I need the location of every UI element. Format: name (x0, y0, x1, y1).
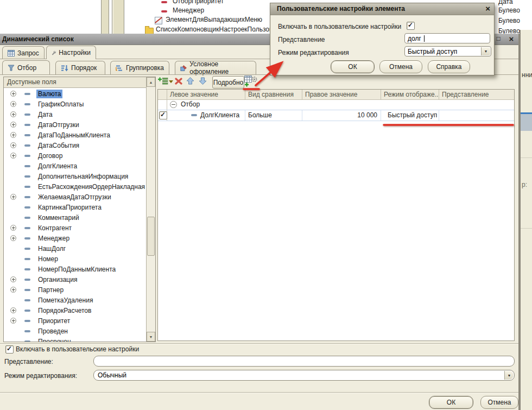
dialog-presentation-input[interactable]: долг (404, 33, 490, 43)
field-item[interactable]: ДополнительнаяИнформация (4, 171, 146, 181)
dialog-cancel-button[interactable]: Отмена (379, 60, 422, 73)
field-item[interactable]: ПорядокРасчетов (4, 305, 146, 316)
expand-icon[interactable] (10, 91, 16, 97)
dialog-include-label: Включать в пользовательские настройки (278, 23, 401, 30)
expand-icon[interactable] (10, 142, 16, 148)
expand-icon[interactable] (10, 111, 16, 117)
expand-icon[interactable] (10, 153, 16, 159)
col-presentation: Представление (439, 90, 514, 99)
field-item[interactable]: Просрочен (4, 336, 146, 342)
field-label: НомерПоДаннымКлиента (36, 265, 117, 274)
tab-grouping[interactable]: Группировка (110, 61, 169, 74)
maximize-button[interactable]: □ (494, 35, 503, 42)
field-item[interactable]: ПометкаУдаления (4, 295, 146, 305)
scroll-up-button[interactable]: ▲ (147, 77, 155, 87)
field-label: Контрагент (36, 224, 73, 232)
tab-order[interactable]: Порядок (55, 61, 105, 74)
field-item[interactable]: Организация (4, 274, 146, 285)
fields-scrollbar[interactable]: ▲ ▼ (146, 77, 155, 342)
ok-button[interactable]: ОК (429, 396, 473, 409)
field-item[interactable]: ДатаПоДаннымКлиента (4, 130, 146, 140)
collapse-icon[interactable] (170, 101, 177, 108)
expand-icon[interactable] (10, 101, 16, 107)
footer-include-checkbox[interactable] (5, 345, 14, 354)
cancel-button[interactable]: Отмена (480, 396, 518, 409)
expand-icon[interactable] (10, 307, 16, 313)
tab-conditional-formatting[interactable]: Условное оформление (175, 61, 256, 74)
expand-icon[interactable] (10, 132, 16, 138)
tab-label: Группировка (126, 64, 164, 72)
field-label: Организация (36, 275, 79, 284)
expand-icon[interactable] (10, 318, 16, 324)
combo-arrow-icon[interactable]: ▼ (481, 47, 490, 55)
scroll-thumb[interactable] (147, 217, 155, 256)
field-item[interactable]: Менеджер (4, 233, 146, 243)
combo-arrow-icon[interactable]: ▼ (504, 371, 514, 380)
ok-button-label: ОК (447, 399, 455, 406)
dialog-ok-button[interactable]: ОК (331, 60, 375, 73)
field-dash-icon (24, 124, 30, 126)
field-label: Партнер (36, 286, 65, 294)
row-left-value: ДолгКлиента (200, 111, 239, 119)
expand-icon[interactable] (10, 276, 16, 282)
tab-filter[interactable]: Отбор (2, 60, 50, 74)
field-item[interactable]: ГрафикОплаты (4, 99, 146, 109)
field-item[interactable]: ДолгКлиента (4, 161, 146, 171)
field-item[interactable]: ЕстьРасхожденияОрдерНакладная (4, 181, 146, 192)
dialog-titlebar[interactable]: Пользовательские настройки элемента × (270, 3, 494, 15)
footer-edit-mode-combobox[interactable]: Обычный ▼ (93, 370, 515, 381)
expand-icon[interactable] (10, 122, 16, 128)
expand-icon[interactable] (10, 194, 16, 200)
dialog-help-button[interactable]: Справка (428, 60, 470, 73)
field-dash-icon (24, 279, 30, 281)
footer-presentation-input[interactable] (93, 356, 515, 367)
field-dash-icon (24, 289, 30, 291)
move-up-icon[interactable] (186, 77, 194, 85)
field-item[interactable]: Договор (4, 150, 146, 161)
expand-icon[interactable] (10, 287, 16, 293)
field-dash-icon (24, 227, 30, 229)
field-item[interactable]: ДатаСобытия (4, 140, 146, 150)
field-item[interactable]: Контрагент (4, 223, 146, 233)
screen: ОтборПриоритетМенеджерЭлементДляВыпадающ… (0, 0, 532, 410)
delete-icon[interactable] (175, 78, 182, 85)
tab-label: Порядок (71, 64, 97, 72)
field-item[interactable]: Комментарий (4, 212, 146, 223)
field-item[interactable]: Приоритет (4, 316, 146, 326)
detail-button[interactable]: Подробно (212, 76, 244, 89)
field-dash-icon (24, 268, 30, 270)
tab-query[interactable]: Запрос (2, 46, 45, 59)
filter-row[interactable]: ДолгКлиента Больше 10 000 Быстрый доступ (158, 110, 514, 121)
bg-right-line (521, 157, 532, 158)
field-item[interactable]: КартинкаПриоритета (4, 202, 146, 212)
expand-icon[interactable] (10, 235, 16, 241)
col-comparison: Вид сравнения (245, 90, 302, 99)
field-item[interactable]: Проведен (4, 326, 146, 336)
field-item[interactable]: ЖелаемаяДатаОтгрузки (4, 192, 146, 202)
window-close-button[interactable]: × (507, 34, 516, 43)
field-item[interactable]: Номер (4, 254, 146, 264)
field-item[interactable]: Дата (4, 109, 146, 119)
field-item[interactable]: НашДолг (4, 243, 146, 254)
bg-type-value: Булево (498, 7, 520, 14)
move-down-icon[interactable] (199, 77, 207, 85)
tab-settings[interactable]: Настройки (46, 46, 96, 59)
user-settings-item-icon[interactable] (244, 75, 257, 87)
field-label: Валюта (36, 90, 62, 98)
row-use-checkbox[interactable] (159, 111, 167, 119)
field-item[interactable]: Партнер (4, 285, 146, 295)
add-filter-icon[interactable] (158, 77, 168, 85)
field-item[interactable]: НомерПоДаннымКлиента (4, 264, 146, 274)
tab-label: Настройки (59, 49, 91, 56)
field-item[interactable]: Валюта (4, 89, 146, 99)
add-dropdown-arrow-icon[interactable] (169, 80, 173, 84)
dialog-include-checkbox[interactable] (407, 22, 415, 30)
dialog-edit-mode-combobox[interactable]: Быстрый доступ ▼ (404, 46, 491, 56)
filter-group-row[interactable]: Отбор (158, 99, 514, 110)
scroll-down-button[interactable]: ▼ (147, 332, 155, 342)
dialog-close-button[interactable]: × (485, 4, 490, 13)
field-dash-icon (24, 155, 30, 157)
expand-icon[interactable] (10, 225, 16, 231)
field-item[interactable]: ДатаОтгрузки (4, 119, 146, 130)
field-label: ЖелаемаяДатаОтгрузки (36, 193, 113, 201)
